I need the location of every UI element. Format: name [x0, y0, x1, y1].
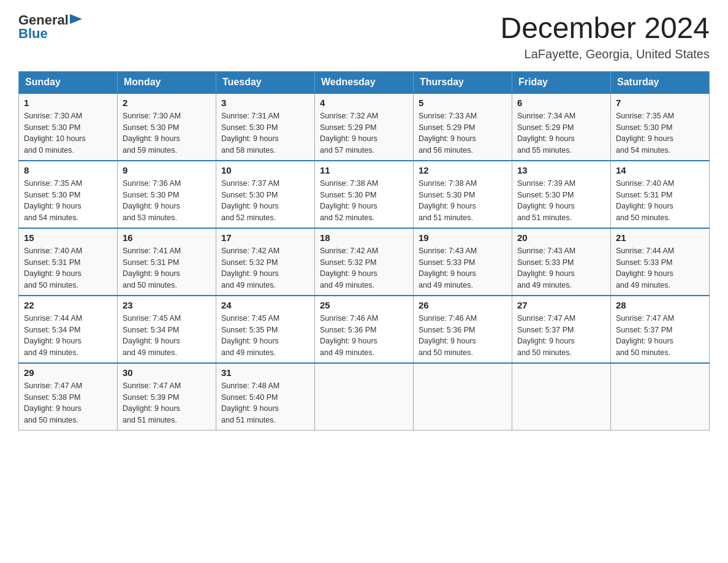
table-row — [611, 363, 710, 431]
day-info: Sunrise: 7:47 AMSunset: 5:37 PMDaylight:… — [517, 313, 605, 359]
table-row: 14Sunrise: 7:40 AMSunset: 5:31 PMDayligh… — [611, 161, 710, 228]
table-row: 18Sunrise: 7:42 AMSunset: 5:32 PMDayligh… — [315, 228, 414, 296]
logo-arrow-icon — [70, 14, 82, 26]
day-info: Sunrise: 7:38 AMSunset: 5:30 PMDaylight:… — [320, 178, 408, 224]
day-number: 26 — [419, 300, 507, 310]
day-number: 24 — [221, 300, 309, 310]
day-info: Sunrise: 7:44 AMSunset: 5:34 PMDaylight:… — [24, 313, 112, 359]
day-number: 19 — [419, 232, 507, 243]
col-wednesday: Wednesday — [315, 71, 414, 93]
table-row: 4Sunrise: 7:32 AMSunset: 5:29 PMDaylight… — [315, 93, 414, 161]
table-row: 5Sunrise: 7:33 AMSunset: 5:29 PMDaylight… — [414, 93, 512, 161]
day-info: Sunrise: 7:42 AMSunset: 5:32 PMDaylight:… — [221, 245, 309, 291]
day-number: 31 — [221, 367, 309, 378]
calendar-header-row: Sunday Monday Tuesday Wednesday Thursday… — [19, 71, 710, 93]
location-subtitle: LaFayette, Georgia, United States — [500, 47, 710, 61]
day-number: 6 — [517, 98, 605, 108]
table-row: 17Sunrise: 7:42 AMSunset: 5:32 PMDayligh… — [216, 228, 315, 296]
day-number: 7 — [616, 98, 704, 108]
day-number: 16 — [123, 232, 211, 243]
table-row: 26Sunrise: 7:46 AMSunset: 5:36 PMDayligh… — [414, 296, 512, 363]
calendar-week-row: 22Sunrise: 7:44 AMSunset: 5:34 PMDayligh… — [19, 296, 710, 363]
day-number: 5 — [419, 98, 507, 108]
day-info: Sunrise: 7:30 AMSunset: 5:30 PMDaylight:… — [24, 110, 112, 156]
day-info: Sunrise: 7:34 AMSunset: 5:29 PMDaylight:… — [517, 110, 605, 156]
day-number: 18 — [320, 232, 408, 243]
table-row: 3Sunrise: 7:31 AMSunset: 5:30 PMDaylight… — [216, 93, 315, 161]
calendar-week-row: 8Sunrise: 7:35 AMSunset: 5:30 PMDaylight… — [19, 161, 710, 228]
day-number: 10 — [221, 165, 309, 175]
col-saturday: Saturday — [611, 71, 710, 93]
day-info: Sunrise: 7:45 AMSunset: 5:34 PMDaylight:… — [123, 313, 211, 359]
table-row: 8Sunrise: 7:35 AMSunset: 5:30 PMDaylight… — [19, 161, 118, 228]
table-row: 29Sunrise: 7:47 AMSunset: 5:38 PMDayligh… — [19, 363, 118, 431]
month-title: December 2024 — [500, 12, 710, 45]
table-row: 20Sunrise: 7:43 AMSunset: 5:33 PMDayligh… — [512, 228, 611, 296]
day-info: Sunrise: 7:37 AMSunset: 5:30 PMDaylight:… — [221, 178, 309, 224]
table-row: 25Sunrise: 7:46 AMSunset: 5:36 PMDayligh… — [315, 296, 414, 363]
day-info: Sunrise: 7:39 AMSunset: 5:30 PMDaylight:… — [517, 178, 605, 224]
day-info: Sunrise: 7:32 AMSunset: 5:29 PMDaylight:… — [320, 110, 408, 156]
col-tuesday: Tuesday — [216, 71, 315, 93]
day-number: 4 — [320, 98, 408, 108]
day-number: 8 — [24, 165, 112, 175]
logo: General Blue — [18, 12, 82, 42]
day-info: Sunrise: 7:31 AMSunset: 5:30 PMDaylight:… — [221, 110, 309, 156]
day-number: 29 — [24, 367, 112, 378]
day-info: Sunrise: 7:36 AMSunset: 5:30 PMDaylight:… — [123, 178, 211, 224]
day-info: Sunrise: 7:48 AMSunset: 5:40 PMDaylight:… — [221, 380, 309, 426]
day-number: 11 — [320, 165, 408, 175]
calendar-week-row: 29Sunrise: 7:47 AMSunset: 5:38 PMDayligh… — [19, 363, 710, 431]
day-number: 9 — [123, 165, 211, 175]
day-number: 20 — [517, 232, 605, 243]
day-number: 28 — [616, 300, 704, 310]
day-number: 14 — [616, 165, 704, 175]
table-row — [512, 363, 611, 431]
table-row: 22Sunrise: 7:44 AMSunset: 5:34 PMDayligh… — [19, 296, 118, 363]
col-monday: Monday — [118, 71, 216, 93]
table-row: 13Sunrise: 7:39 AMSunset: 5:30 PMDayligh… — [512, 161, 611, 228]
table-row: 15Sunrise: 7:40 AMSunset: 5:31 PMDayligh… — [19, 228, 118, 296]
day-info: Sunrise: 7:44 AMSunset: 5:33 PMDaylight:… — [616, 245, 704, 291]
table-row: 2Sunrise: 7:30 AMSunset: 5:30 PMDaylight… — [118, 93, 216, 161]
day-info: Sunrise: 7:43 AMSunset: 5:33 PMDaylight:… — [419, 245, 507, 291]
col-sunday: Sunday — [19, 71, 118, 93]
day-info: Sunrise: 7:45 AMSunset: 5:35 PMDaylight:… — [221, 313, 309, 359]
day-number: 30 — [123, 367, 211, 378]
table-row: 11Sunrise: 7:38 AMSunset: 5:30 PMDayligh… — [315, 161, 414, 228]
day-number: 2 — [123, 98, 211, 108]
table-row — [414, 363, 512, 431]
calendar-table: Sunday Monday Tuesday Wednesday Thursday… — [18, 71, 710, 431]
day-info: Sunrise: 7:30 AMSunset: 5:30 PMDaylight:… — [123, 110, 211, 156]
day-number: 1 — [24, 98, 112, 108]
day-number: 23 — [123, 300, 211, 310]
day-number: 13 — [517, 165, 605, 175]
table-row: 24Sunrise: 7:45 AMSunset: 5:35 PMDayligh… — [216, 296, 315, 363]
svg-marker-0 — [70, 14, 82, 24]
table-row: 9Sunrise: 7:36 AMSunset: 5:30 PMDaylight… — [118, 161, 216, 228]
table-row — [315, 363, 414, 431]
day-info: Sunrise: 7:41 AMSunset: 5:31 PMDaylight:… — [123, 245, 211, 291]
day-number: 17 — [221, 232, 309, 243]
day-info: Sunrise: 7:35 AMSunset: 5:30 PMDaylight:… — [616, 110, 704, 156]
day-info: Sunrise: 7:38 AMSunset: 5:30 PMDaylight:… — [419, 178, 507, 224]
day-info: Sunrise: 7:35 AMSunset: 5:30 PMDaylight:… — [24, 178, 112, 224]
table-row: 10Sunrise: 7:37 AMSunset: 5:30 PMDayligh… — [216, 161, 315, 228]
table-row: 1Sunrise: 7:30 AMSunset: 5:30 PMDaylight… — [19, 93, 118, 161]
day-number: 27 — [517, 300, 605, 310]
table-row: 12Sunrise: 7:38 AMSunset: 5:30 PMDayligh… — [414, 161, 512, 228]
table-row: 30Sunrise: 7:47 AMSunset: 5:39 PMDayligh… — [118, 363, 216, 431]
table-row: 28Sunrise: 7:47 AMSunset: 5:37 PMDayligh… — [611, 296, 710, 363]
day-info: Sunrise: 7:47 AMSunset: 5:38 PMDaylight:… — [24, 380, 112, 426]
day-info: Sunrise: 7:47 AMSunset: 5:37 PMDaylight:… — [616, 313, 704, 359]
day-info: Sunrise: 7:46 AMSunset: 5:36 PMDaylight:… — [419, 313, 507, 359]
table-row: 21Sunrise: 7:44 AMSunset: 5:33 PMDayligh… — [611, 228, 710, 296]
title-section: December 2024 LaFayette, Georgia, United… — [500, 12, 710, 61]
day-number: 12 — [419, 165, 507, 175]
day-info: Sunrise: 7:33 AMSunset: 5:29 PMDaylight:… — [419, 110, 507, 156]
day-number: 25 — [320, 300, 408, 310]
table-row: 7Sunrise: 7:35 AMSunset: 5:30 PMDaylight… — [611, 93, 710, 161]
col-friday: Friday — [512, 71, 611, 93]
table-row: 31Sunrise: 7:48 AMSunset: 5:40 PMDayligh… — [216, 363, 315, 431]
day-info: Sunrise: 7:47 AMSunset: 5:39 PMDaylight:… — [123, 380, 211, 426]
